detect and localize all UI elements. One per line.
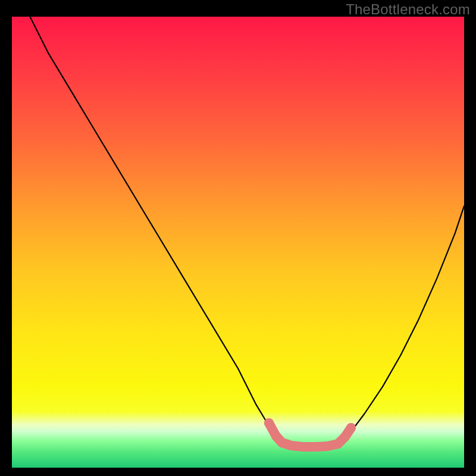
chart-frame: TheBottleneck.com bbox=[0, 0, 476, 476]
bottleneck-curve bbox=[30, 17, 464, 450]
watermark-text: TheBottleneck.com bbox=[346, 1, 470, 18]
svg-point-3 bbox=[277, 438, 287, 447]
curve-layer bbox=[12, 17, 464, 468]
svg-point-5 bbox=[299, 442, 308, 452]
svg-point-8 bbox=[333, 439, 343, 449]
svg-point-1 bbox=[264, 418, 274, 428]
svg-point-10 bbox=[346, 423, 356, 433]
plot-area bbox=[12, 17, 464, 468]
svg-point-9 bbox=[340, 432, 350, 441]
svg-point-6 bbox=[311, 442, 320, 452]
svg-point-7 bbox=[322, 441, 332, 451]
svg-point-4 bbox=[287, 441, 296, 450]
